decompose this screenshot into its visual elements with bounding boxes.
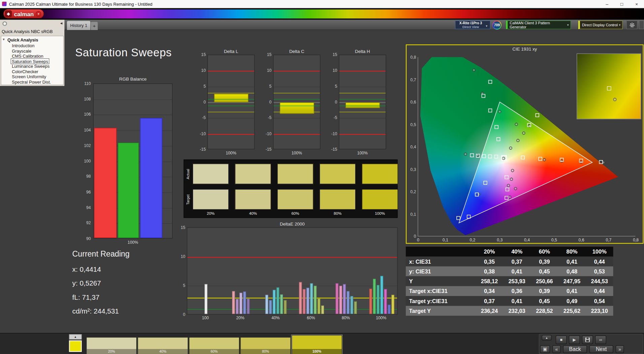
- tab-label: History 1: [70, 23, 88, 28]
- sidebar-item-grayscale[interactable]: Grayscale: [1, 48, 63, 53]
- deltae-xaxis: 10020%40%60%80%100%: [187, 316, 398, 321]
- meter-dropdown[interactable]: X-Rite i1Pro 3 Direct View ▼: [455, 21, 490, 29]
- tab-history-1[interactable]: History 1: [67, 21, 91, 30]
- chevrons-left-icon: «: [555, 346, 558, 352]
- gear-icon: [629, 22, 635, 28]
- actual-row-label: Actual: [185, 164, 191, 184]
- window-title: Calman 2025 Calman Ultimate for Business…: [9, 1, 153, 6]
- swatch-target-60%: [277, 189, 313, 210]
- back-label: Back: [569, 346, 581, 352]
- cie-zoom-inset: [577, 54, 641, 119]
- sidebar-item-introduction[interactable]: Introduction: [1, 43, 63, 48]
- sidebar-item-saturation-sweeps[interactable]: Saturation Sweeps: [1, 59, 63, 64]
- sidebar-item-cms-calibration[interactable]: CMS Calibration: [1, 54, 63, 59]
- session-icon[interactable]: [2, 21, 7, 26]
- back-chevron-button[interactable]: «: [552, 345, 560, 353]
- cie-xaxis: 00,10,20,30,40,50,60,70,8: [418, 238, 636, 243]
- pattern-generator-dropdown[interactable]: CalMAN Client 3 Pattern Generator ▼: [506, 21, 571, 29]
- play-button[interactable]: ▶: [569, 335, 580, 344]
- bottom-bar: ▲ 20%40%60%80%100% ▲ ■ ▶ ∞: [0, 333, 644, 354]
- continuous-read-button[interactable]: ∞: [595, 335, 606, 344]
- delta-h-yaxis: 151050-5-10-15: [328, 55, 338, 149]
- table-row: x: CIE310,350,370,390,410,44: [406, 257, 613, 266]
- delta-c-chart: Delta C 151050-5-10-15 100%: [273, 49, 320, 156]
- chevron-down-icon: ▼: [567, 24, 569, 27]
- swatch-actual-80%: [320, 164, 356, 184]
- pattern-preview-expand-button[interactable]: ▲: [69, 334, 82, 340]
- delta-l-yaxis: 151050-5-10-15: [196, 55, 206, 149]
- swatch-actual-40%: [235, 164, 271, 184]
- pattern-swatch-20%[interactable]: 20%: [86, 337, 137, 354]
- active-pattern-swatch[interactable]: [69, 341, 82, 352]
- collapse-sidebar-button[interactable]: ◂: [60, 21, 63, 26]
- settings-overflow-button[interactable]: [639, 21, 644, 29]
- delta-c-xlabel: 100%: [273, 151, 320, 155]
- settings-button[interactable]: [626, 21, 638, 29]
- sidebar-item-spectral-power-dist-[interactable]: Spectral Power Dist.: [1, 79, 63, 84]
- swatch-target-20%: [193, 189, 229, 210]
- table-row: y: CIE310,380,410,450,480,53: [406, 266, 613, 276]
- delta-l-title: Delta L: [207, 49, 255, 54]
- workflow-title: Quick Analysis NBC sRGB: [2, 29, 53, 34]
- sidebar: ◂ Quick Analysis NBC sRGB ▾ Quick Analys…: [0, 20, 64, 86]
- pattern-swatch-100%[interactable]: 100%: [292, 335, 342, 354]
- deltae-2000-chart: DeltaE 2000 051015 10020%40%60%80%100%: [175, 222, 399, 324]
- swatch-actual-100%: [362, 164, 398, 184]
- colorspace-badge[interactable]: 709: [492, 21, 502, 30]
- minimize-button[interactable]: –: [600, 0, 614, 8]
- pattern-generator-label: CalMAN Client 3 Pattern Generator: [510, 21, 567, 29]
- pattern-swatch-40%[interactable]: 40%: [137, 337, 188, 354]
- meter-name: X-Rite i1Pro 3: [459, 21, 482, 25]
- window-icon: ▣: [543, 347, 547, 352]
- chevrons-right-icon: »: [618, 346, 621, 352]
- chevron-up-icon: ▲: [74, 335, 77, 338]
- stop-button[interactable]: ■: [556, 335, 567, 344]
- next-chevron-button[interactable]: »: [616, 345, 624, 353]
- sidebar-tree-items: IntroductionGrayscaleCMS CalibrationSatu…: [1, 43, 63, 84]
- rgb-balance-xlabel: 100%: [93, 240, 172, 244]
- tree-root-label: Quick Analysis: [7, 37, 38, 42]
- maximize-button[interactable]: □: [614, 0, 629, 8]
- pattern-swatch-strip: 20%40%60%80%100%: [86, 335, 342, 354]
- main-content: Saturation Sweeps RGB Balance 1101081061…: [64, 30, 644, 333]
- sidebar-item-quick-analysis[interactable]: ▾ Quick Analysis: [1, 37, 63, 43]
- rgb-balance-title: RGB Balance: [93, 77, 172, 82]
- chevron-down-icon: ▼: [618, 24, 621, 27]
- workflow-tree: ▾ Quick Analysis IntroductionGrayscaleCM…: [1, 36, 64, 85]
- sidebar-item-colorchecker[interactable]: ColorChecker: [1, 69, 63, 74]
- chevron-down-icon: ▼: [36, 11, 41, 17]
- stop-icon: ■: [560, 337, 562, 342]
- eject-button[interactable]: ▲: [542, 335, 551, 341]
- delta-l-xlabel: 100%: [207, 151, 255, 155]
- sidebar-item-luminance-sweeps[interactable]: Luminance Sweeps: [1, 64, 63, 69]
- pattern-swatch-80%[interactable]: 80%: [240, 337, 291, 354]
- save-button[interactable]: [582, 335, 593, 344]
- pattern-swatch-60%[interactable]: 60%: [189, 337, 239, 354]
- eject-icon: ▲: [545, 336, 548, 339]
- navigation-row: ▣ « Back Next »: [540, 345, 624, 353]
- deltae-title: DeltaE 2000: [187, 222, 398, 227]
- back-button[interactable]: Back: [563, 345, 587, 353]
- deltae-plot: [187, 227, 398, 315]
- add-tab-button[interactable]: +: [91, 22, 98, 30]
- sidebar-item-screen-uniformity[interactable]: Screen Uniformity: [1, 74, 63, 79]
- calman-diamond-icon: ◈: [5, 10, 12, 17]
- close-button[interactable]: ×: [629, 0, 644, 8]
- transport-row: ■ ▶ ∞: [556, 335, 606, 344]
- rgb-balance-chart: RGB Balance 1101081061041021009896949290…: [80, 77, 174, 242]
- next-button[interactable]: Next: [589, 345, 613, 353]
- app-icon: [2, 2, 6, 6]
- pattern-window-button[interactable]: ▣: [540, 345, 550, 353]
- play-icon: ▶: [573, 337, 576, 342]
- delta-h-chart: Delta H 151050-5-10-15 100%: [339, 49, 386, 156]
- app-header: ◈ calman ▼: [0, 8, 644, 20]
- display-control-dropdown[interactable]: Direct Display Control ▼: [578, 21, 623, 29]
- swatch-actual-60%: [277, 164, 313, 184]
- calman-menu-button[interactable]: ◈ calman ▼: [3, 9, 44, 19]
- rgb-balance-plot: [93, 84, 172, 239]
- delta-h-title: Delta H: [339, 49, 386, 54]
- save-icon: [585, 337, 590, 343]
- spectrum-strip: [0, 9, 644, 19]
- cie-title: CIE 1931 xy: [407, 47, 643, 52]
- delta-c-title: Delta C: [273, 49, 320, 54]
